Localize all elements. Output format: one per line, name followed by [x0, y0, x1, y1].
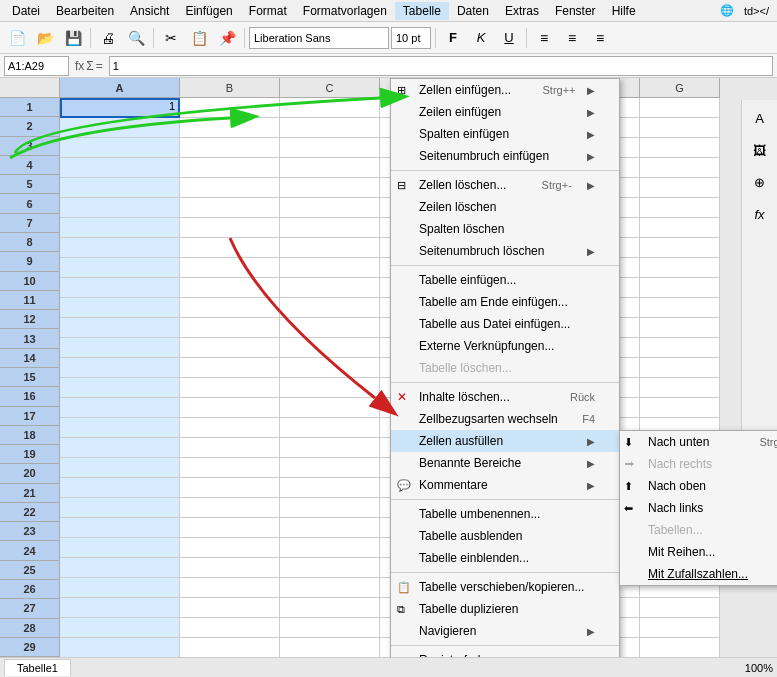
cell-r19c1[interactable] [180, 458, 280, 478]
corner-cell[interactable] [0, 78, 60, 98]
row-header-27[interactable]: 27 [0, 599, 60, 618]
cell-r21c2[interactable] [280, 498, 380, 518]
cell-r22c2[interactable] [280, 518, 380, 538]
cell-r20c1[interactable] [180, 478, 280, 498]
cell-r17c1[interactable] [180, 418, 280, 438]
menu-tabelle-datei-einfuegen[interactable]: Tabelle aus Datei einfügen... [391, 313, 619, 335]
menu-bearbeiten[interactable]: Bearbeiten [48, 2, 122, 20]
cell-r3c6[interactable] [640, 138, 720, 158]
cell-r5c0[interactable] [60, 178, 180, 198]
col-header-b[interactable]: B [180, 78, 280, 98]
row-header-14[interactable]: 14 [0, 349, 60, 368]
cell-r10c6[interactable] [640, 278, 720, 298]
cut-button[interactable]: ✂ [158, 25, 184, 51]
cell-r8c0[interactable] [60, 238, 180, 258]
cell-r6c2[interactable] [280, 198, 380, 218]
menu-extras[interactable]: Extras [497, 2, 547, 20]
row-header-13[interactable]: 13 [0, 329, 60, 348]
cell-r22c0[interactable] [60, 518, 180, 538]
menu-fenster[interactable]: Fenster [547, 2, 604, 20]
open-button[interactable]: 📂 [32, 25, 58, 51]
submenu-mit-reihen[interactable]: Mit Reihen... [620, 541, 777, 563]
save-button[interactable]: 💾 [60, 25, 86, 51]
cell-r8c1[interactable] [180, 238, 280, 258]
menu-kommentare[interactable]: 💬 Kommentare ▶ [391, 474, 619, 496]
cell-r25c0[interactable] [60, 578, 180, 598]
menu-tabelle-ausblenden[interactable]: Tabelle ausblenden [391, 525, 619, 547]
menu-navigieren[interactable]: Navigieren ▶ [391, 620, 619, 642]
align-left-button[interactable]: ≡ [531, 25, 557, 51]
styles-button[interactable]: A [746, 104, 774, 132]
menu-seitenumbruch-loeschen[interactable]: Seitenumbruch löschen ▶ [391, 240, 619, 262]
menu-ansicht[interactable]: Ansicht [122, 2, 177, 20]
cell-r21c0[interactable] [60, 498, 180, 518]
menu-zellbezug-wechseln[interactable]: Zellbezugsarten wechseln F4 [391, 408, 619, 430]
row-header-29[interactable]: 29 [0, 638, 60, 657]
cell-r9c6[interactable] [640, 258, 720, 278]
new-button[interactable]: 📄 [4, 25, 30, 51]
menu-tabelle-verschieben[interactable]: 📋 Tabelle verschieben/kopieren... [391, 576, 619, 598]
cell-r27c1[interactable] [180, 618, 280, 638]
cell-r23c2[interactable] [280, 538, 380, 558]
cell-r4c0[interactable] [60, 158, 180, 178]
cell-a1[interactable]: 1 [60, 98, 180, 118]
row-header-16[interactable]: 16 [0, 387, 60, 406]
cell-r11c2[interactable] [280, 298, 380, 318]
cell-r14c2[interactable] [280, 358, 380, 378]
cell-r2c0[interactable] [60, 118, 180, 138]
cell-r6c1[interactable] [180, 198, 280, 218]
cell-r15c0[interactable] [60, 378, 180, 398]
cell-r2c6[interactable] [640, 118, 720, 138]
cell-r13c0[interactable] [60, 338, 180, 358]
cell-r17c2[interactable] [280, 418, 380, 438]
formula-fx-icon[interactable]: fx [75, 59, 84, 73]
cell-r26c2[interactable] [280, 598, 380, 618]
cell-r12c2[interactable] [280, 318, 380, 338]
cell-r14c6[interactable] [640, 358, 720, 378]
menu-benannte-bereiche[interactable]: Benannte Bereiche ▶ [391, 452, 619, 474]
cell-r27c2[interactable] [280, 618, 380, 638]
row-header-9[interactable]: 9 [0, 252, 60, 271]
cell-r14c0[interactable] [60, 358, 180, 378]
cell-r9c0[interactable] [60, 258, 180, 278]
menu-externe-verknuepfungen[interactable]: Externe Verknüpfungen... [391, 335, 619, 357]
cell-r28c2[interactable] [280, 638, 380, 657]
cell-r24c1[interactable] [180, 558, 280, 578]
menu-tabelle-duplizieren[interactable]: ⧉ Tabelle duplizieren [391, 598, 619, 620]
menu-inhalte-loeschen[interactable]: ✕ Inhalte löschen... Rück [391, 386, 619, 408]
cell-r14c1[interactable] [180, 358, 280, 378]
menu-spalten-loeschen[interactable]: Spalten löschen [391, 218, 619, 240]
cell-r28c6[interactable] [640, 638, 720, 657]
cell-r10c2[interactable] [280, 278, 380, 298]
cell-r2c1[interactable] [180, 118, 280, 138]
cell-r17c0[interactable] [60, 418, 180, 438]
row-header-28[interactable]: 28 [0, 619, 60, 638]
print-preview-button[interactable]: 🔍 [123, 25, 149, 51]
cell-r9c2[interactable] [280, 258, 380, 278]
cell-r15c2[interactable] [280, 378, 380, 398]
cell-r8c2[interactable] [280, 238, 380, 258]
cell-r18c0[interactable] [60, 438, 180, 458]
sheet-tab-1[interactable]: Tabelle1 [4, 659, 71, 676]
cell-r4c6[interactable] [640, 158, 720, 178]
cell-r16c1[interactable] [180, 398, 280, 418]
cell-r12c6[interactable] [640, 318, 720, 338]
menu-tabelle-einblenden[interactable]: Tabelle einblenden... [391, 547, 619, 569]
cell-r21c1[interactable] [180, 498, 280, 518]
cell-r8c6[interactable] [640, 238, 720, 258]
print-button[interactable]: 🖨 [95, 25, 121, 51]
cell-b1[interactable] [180, 98, 280, 118]
menu-seitenumbruch-einfuegen[interactable]: Seitenumbruch einfügen ▶ [391, 145, 619, 167]
menu-hilfe[interactable]: Hilfe [604, 2, 644, 20]
cell-r10c1[interactable] [180, 278, 280, 298]
col-header-a[interactable]: A [60, 78, 180, 98]
cell-r12c1[interactable] [180, 318, 280, 338]
menu-spalten-einfuegen[interactable]: Spalten einfügen ▶ [391, 123, 619, 145]
cell-r7c1[interactable] [180, 218, 280, 238]
menu-zellen-einfuegen[interactable]: ⊞ Zellen einfügen... Strg++ ▶ [391, 79, 619, 101]
col-header-g[interactable]: G [640, 78, 720, 98]
cell-r19c2[interactable] [280, 458, 380, 478]
cell-r25c1[interactable] [180, 578, 280, 598]
italic-button[interactable]: K [468, 25, 494, 51]
menu-datei[interactable]: Datei [4, 2, 48, 20]
